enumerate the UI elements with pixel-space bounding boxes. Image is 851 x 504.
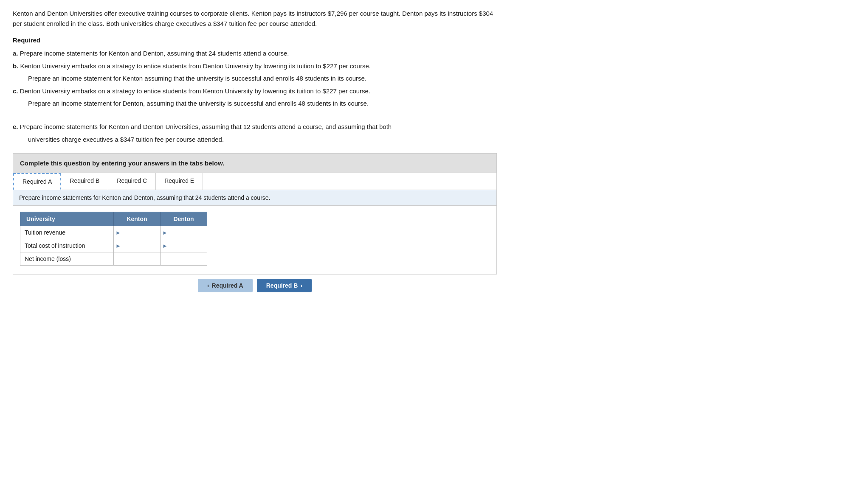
question-b: b. Kenton University embarks on a strate… <box>13 61 497 72</box>
table-wrapper: University Kenton Denton Tuition revenue… <box>13 206 496 274</box>
question-b-cont: Prepare an income statement for Kenton a… <box>13 73 497 84</box>
tab-required-a[interactable]: Required A <box>13 173 61 190</box>
income-table: University Kenton Denton Tuition revenue… <box>20 212 207 266</box>
cell-cost-kenton[interactable]: ► <box>114 239 161 252</box>
table-row: Tuition revenue ► ► <box>20 226 207 239</box>
cell-cost-denton[interactable]: ► <box>161 239 207 252</box>
next-button[interactable]: Required B › <box>257 279 312 292</box>
question-a: a. Prepare income statements for Kenton … <box>13 48 497 59</box>
table-row: Net income (loss) <box>20 252 207 266</box>
required-heading: Required <box>13 36 497 44</box>
prev-arrow-icon: ‹ <box>207 282 209 289</box>
next-arrow-icon: › <box>300 282 302 289</box>
table-row: Total cost of instruction ► ► <box>20 239 207 252</box>
input-net-denton[interactable] <box>162 255 205 263</box>
tabs-row: Required A Required B Required C Require… <box>13 173 496 190</box>
row-net-label: Net income (loss) <box>20 252 114 266</box>
row-cost-label: Total cost of instruction <box>20 239 114 252</box>
prev-button[interactable]: ‹ Required A <box>198 279 253 292</box>
questions-list: a. Prepare income statements for Kenton … <box>13 48 497 145</box>
input-cost-denton[interactable] <box>169 241 205 250</box>
input-tuition-denton[interactable] <box>169 228 205 237</box>
tab-description: Prepare income statements for Kenton and… <box>13 190 496 206</box>
input-cost-kenton[interactable] <box>123 241 158 250</box>
arrow-icon-cost-denton: ► <box>162 243 168 249</box>
arrow-icon-cost-kenton: ► <box>116 243 121 249</box>
arrow-icon-tuition-kenton: ► <box>116 230 121 236</box>
cell-tuition-kenton[interactable]: ► <box>114 226 161 239</box>
question-e: e. Prepare income statements for Kenton … <box>13 121 497 132</box>
complete-box: Complete this question by entering your … <box>13 153 497 173</box>
input-tuition-kenton[interactable] <box>123 228 158 237</box>
tab-required-e[interactable]: Required E <box>156 173 203 190</box>
prev-label: Required A <box>212 282 243 289</box>
tab-required-c[interactable]: Required C <box>108 173 156 190</box>
header-kenton: Kenton <box>114 212 161 226</box>
header-denton: Denton <box>161 212 207 226</box>
cell-tuition-denton[interactable]: ► <box>161 226 207 239</box>
question-e-cont: universities charge executives a $347 tu… <box>13 134 497 145</box>
input-net-kenton[interactable] <box>116 255 158 263</box>
row-tuition-label: Tuition revenue <box>20 226 114 239</box>
nav-buttons: ‹ Required A Required B › <box>13 274 497 297</box>
tab-required-b[interactable]: Required B <box>61 173 108 190</box>
tabs-container: Required A Required B Required C Require… <box>13 173 497 274</box>
header-university: University <box>20 212 114 226</box>
arrow-icon-tuition-denton: ► <box>162 230 168 236</box>
cell-net-kenton[interactable] <box>114 252 161 266</box>
question-c: c. Denton University embarks on a strate… <box>13 86 497 97</box>
question-c-cont: Prepare an income statement for Denton, … <box>13 98 497 109</box>
next-label: Required B <box>266 282 298 289</box>
cell-net-denton[interactable] <box>161 252 207 266</box>
intro-paragraph: Kenton and Denton Universities offer exe… <box>13 8 497 29</box>
